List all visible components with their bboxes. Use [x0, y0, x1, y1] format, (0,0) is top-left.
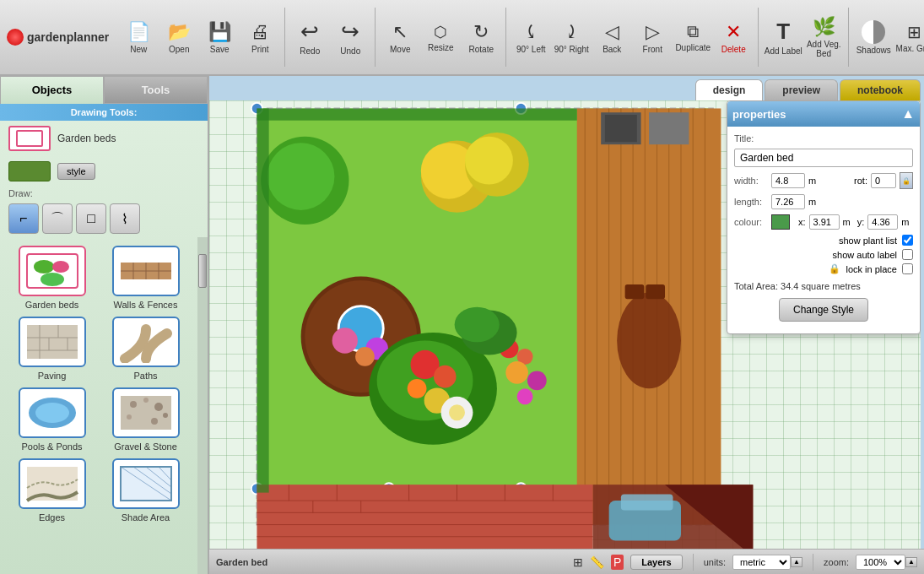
list-item[interactable]: Garden beds: [8, 246, 95, 310]
resize-button[interactable]: ⬡ Resize: [421, 8, 460, 67]
shadows-icon: [862, 20, 885, 44]
delete-button[interactable]: ✕ Delete: [714, 8, 753, 67]
show-plant-list-label: show plant list: [839, 236, 897, 246]
undo-label: Undo: [340, 46, 360, 56]
redo-button[interactable]: ↩ Redo: [290, 8, 329, 67]
list-item[interactable]: Gravel & Stone: [102, 387, 189, 452]
history-tools: ↩ Redo ↪ Undo: [290, 8, 376, 67]
print-button[interactable]: 🖨 Print: [240, 8, 279, 67]
print-icon: 🖨: [251, 21, 269, 43]
add-veg-bed-button[interactable]: 🌿 Add Veg. Bed: [804, 8, 843, 67]
shade-area-label: Shade Area: [122, 512, 170, 523]
zoom-up-btn[interactable]: ▲: [905, 557, 917, 567]
tab-objects[interactable]: Objects: [0, 76, 104, 104]
90left-button[interactable]: ⤹ 90° Left: [511, 8, 550, 67]
tab-preview[interactable]: preview: [765, 79, 838, 100]
move-button[interactable]: ↖ Move: [381, 8, 419, 67]
undo-button[interactable]: ↪ Undo: [331, 8, 370, 67]
canvas-main[interactable]: properties ▲ Title: width: m: [209, 100, 921, 549]
shape-curve-btn[interactable]: ⌒: [42, 203, 73, 234]
draw-shapes: ⌐ ⌒ □ ⌇: [0, 200, 208, 237]
lock-in-place-checkbox[interactable]: [902, 263, 913, 274]
units-select[interactable]: metric imperial: [732, 555, 791, 570]
max-grid-button[interactable]: ⊞ Max. Grid: [894, 8, 924, 67]
front-button[interactable]: ▷ Front: [633, 8, 672, 67]
units-label: units:: [704, 557, 726, 567]
collapse-button[interactable]: ▲: [901, 106, 915, 122]
svg-rect-9: [27, 325, 78, 359]
y-input[interactable]: [867, 214, 898, 230]
add-label-icon: T: [776, 19, 790, 45]
zoom-select[interactable]: 100% 75% 150%: [856, 555, 905, 570]
rot-lock-btn[interactable]: 🔒: [900, 172, 913, 189]
item-grid: Garden beds Walls & Fenc: [0, 237, 197, 531]
rotate-button[interactable]: ↻ Rotate: [462, 8, 500, 67]
list-item[interactable]: Paving: [8, 317, 95, 381]
add-label-button[interactable]: T Add Label: [764, 8, 802, 67]
tab-design[interactable]: design: [695, 79, 764, 100]
list-item[interactable]: Shade Area: [102, 458, 189, 523]
shape-freeform-btn[interactable]: ⌇: [110, 203, 140, 234]
back-icon: ◁: [605, 21, 619, 43]
canvas-tabs: design preview notebook: [209, 76, 924, 100]
new-icon: 📄: [127, 21, 150, 43]
list-item[interactable]: Pools & Ponds: [8, 387, 95, 452]
width-input[interactable]: [771, 173, 805, 188]
show-plant-list-checkbox[interactable]: [902, 235, 913, 246]
duplicate-button[interactable]: ⧉ Duplicate: [673, 8, 712, 67]
list-item[interactable]: Paths: [102, 317, 189, 381]
style-button[interactable]: style: [57, 163, 95, 180]
draw-label: Draw:: [0, 187, 208, 200]
walls-fences-label: Walls & Fences: [113, 300, 177, 310]
pin-icon: P: [611, 555, 624, 570]
print-label: Print: [251, 45, 269, 54]
properties-panel: properties ▲ Title: width: m: [727, 100, 921, 334]
style-row: style: [0, 156, 208, 187]
change-style-button[interactable]: Change Style: [779, 298, 868, 322]
scrollbar-thumb[interactable]: [198, 254, 207, 288]
max-grid-label: Max. Grid: [896, 44, 924, 53]
front-label: Front: [643, 45, 662, 54]
open-button[interactable]: 📂 Open: [159, 8, 198, 67]
tab-tools[interactable]: Tools: [104, 76, 208, 104]
90left-icon: ⤹: [523, 21, 538, 43]
gravel-stone-label: Gravel & Stone: [114, 441, 177, 452]
open-label: Open: [169, 45, 189, 54]
layers-button[interactable]: Layers: [630, 555, 682, 570]
svg-point-80: [527, 371, 547, 390]
colour-swatch[interactable]: [771, 214, 790, 230]
svg-point-62: [465, 137, 513, 185]
main-area: Objects Tools Drawing Tools: Garden beds…: [0, 76, 924, 574]
tab-notebook[interactable]: notebook: [840, 79, 921, 100]
svg-point-79: [505, 361, 528, 384]
list-item[interactable]: Edges: [8, 458, 95, 523]
resize-icon: ⬡: [434, 23, 447, 41]
new-button[interactable]: 📄 New: [119, 8, 158, 67]
svg-point-19: [130, 401, 137, 408]
length-input[interactable]: [771, 194, 805, 209]
show-auto-label-checkbox[interactable]: [902, 249, 913, 260]
list-item[interactable]: Walls & Fences: [102, 246, 189, 310]
x-input[interactable]: [809, 214, 840, 230]
vertical-scrollbar[interactable]: [197, 237, 208, 574]
save-button[interactable]: 💾 Save: [200, 8, 239, 67]
title-input[interactable]: [734, 149, 913, 167]
shadows-button[interactable]: Shadows: [854, 8, 893, 67]
lock-in-place-label: lock in place: [846, 264, 897, 274]
walls-fences-icon: [112, 246, 180, 296]
rot-input[interactable]: [871, 173, 896, 188]
back-button[interactable]: ◁ Back: [592, 8, 631, 67]
selected-object-label: Garden bed: [216, 557, 267, 567]
90right-button[interactable]: ⤸ 90° Right: [552, 8, 591, 67]
rot-label: rot:: [854, 176, 867, 186]
garden-beds-label: Garden beds: [25, 300, 79, 310]
add-label-label: Add Label: [765, 46, 802, 56]
shape-corner-btn[interactable]: ⌐: [8, 203, 39, 234]
lock-icon: 🔒: [829, 263, 840, 274]
units-up-btn[interactable]: ▲: [791, 557, 802, 567]
svg-rect-56: [646, 284, 665, 299]
shape-rect-btn[interactable]: □: [76, 203, 106, 234]
view-tools: Shadows ⊞ Max. Grid: [854, 8, 924, 67]
sidebar-inner: Garden beds Walls & Fenc: [0, 237, 208, 574]
svg-point-66: [332, 328, 358, 353]
